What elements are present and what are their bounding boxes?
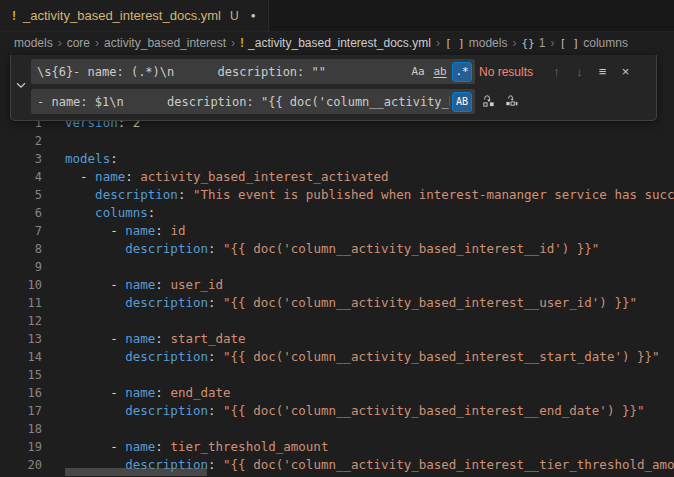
object-icon: {} bbox=[521, 37, 534, 50]
code-text bbox=[65, 258, 674, 276]
line-number: 10 bbox=[0, 276, 42, 294]
close-icon: × bbox=[622, 64, 630, 79]
line-number: 20 bbox=[0, 456, 42, 474]
selection-icon: ≡ bbox=[599, 64, 607, 79]
next-match-button[interactable]: ↓ bbox=[570, 62, 589, 82]
code-text: description: "{{ doc('column__activity_b… bbox=[65, 294, 674, 312]
code-line[interactable]: 4 - name: activity_based_interest_activa… bbox=[0, 168, 674, 186]
chevron-down-icon bbox=[14, 78, 28, 96]
replace-all-icon bbox=[504, 93, 519, 111]
find-row: \s{6}- name: (.*)\n description: "" Aa a… bbox=[31, 59, 652, 84]
code-line[interactable]: 9 bbox=[0, 258, 674, 276]
code-line[interactable]: 2 bbox=[0, 132, 674, 150]
code-line[interactable]: 17 description: "{{ doc('column__activit… bbox=[0, 402, 674, 420]
code-text bbox=[65, 366, 674, 384]
breadcrumb-item[interactable]: activity_based_interest bbox=[104, 36, 226, 50]
arrow-up-icon: ↑ bbox=[553, 64, 560, 79]
breadcrumb-label: models bbox=[469, 36, 508, 50]
code-text bbox=[65, 132, 674, 150]
line-number: 12 bbox=[0, 312, 42, 330]
code-text: models: bbox=[65, 150, 674, 168]
breadcrumb-item[interactable]: [ ]columns bbox=[559, 36, 628, 50]
breadcrumb-label: columns bbox=[583, 36, 628, 50]
arrow-down-icon: ↓ bbox=[576, 64, 583, 79]
line-number: 18 bbox=[0, 420, 42, 438]
whole-word-button[interactable]: ab bbox=[430, 62, 450, 82]
breadcrumb-label: activity_based_interest bbox=[104, 36, 226, 50]
breadcrumb-separator-icon: › bbox=[58, 36, 62, 50]
breadcrumb-item[interactable]: {}1 bbox=[521, 36, 545, 50]
code-line[interactable]: 16 - name: end_date bbox=[0, 384, 674, 402]
code-line[interactable]: 10 - name: user_id bbox=[0, 276, 674, 294]
find-replace-widget: \s{6}- name: (.*)\n description: "" Aa a… bbox=[10, 55, 657, 121]
replace-icon bbox=[481, 93, 496, 111]
breadcrumb-item[interactable]: models bbox=[14, 36, 53, 50]
breadcrumb-separator-icon: › bbox=[512, 36, 516, 50]
toggle-replace-button[interactable] bbox=[11, 59, 31, 114]
code-text: - name: start_date bbox=[65, 330, 674, 348]
previous-match-button[interactable]: ↑ bbox=[547, 62, 566, 82]
code-text: - name: activity_based_interest_activate… bbox=[65, 168, 674, 186]
line-number: 15 bbox=[0, 366, 42, 384]
code-line[interactable]: 12 bbox=[0, 312, 674, 330]
line-number: 8 bbox=[0, 240, 42, 258]
breadcrumb: models›core›activity_based_interest›!_ac… bbox=[0, 32, 674, 54]
replace-row: - name: $1\n description: "{{ doc('colum… bbox=[31, 89, 652, 114]
find-input-value: \s{6}- name: (.*)\n description: "" bbox=[37, 65, 406, 79]
code-line[interactable]: 3models: bbox=[0, 150, 674, 168]
code-line[interactable]: 18 bbox=[0, 420, 674, 438]
match-case-button[interactable]: Aa bbox=[408, 62, 428, 82]
line-number: 14 bbox=[0, 348, 42, 366]
code-text: - name: tier_threshold_amount bbox=[65, 438, 674, 456]
line-number: 7 bbox=[0, 222, 42, 240]
close-button[interactable]: × bbox=[616, 62, 635, 82]
breadcrumb-separator-icon: › bbox=[231, 36, 235, 50]
code-text: description: "{{ doc('column__activity_b… bbox=[65, 402, 674, 420]
code-line[interactable]: 11 description: "{{ doc('column__activit… bbox=[0, 294, 674, 312]
line-number: 3 bbox=[0, 150, 42, 168]
breadcrumb-separator-icon: › bbox=[550, 36, 554, 50]
code-line[interactable]: 5 description: "This event is published … bbox=[0, 186, 674, 204]
line-number: 19 bbox=[0, 438, 42, 456]
array-icon: [ ] bbox=[445, 37, 465, 50]
breadcrumb-item[interactable]: !_activity_based_interest_docs.yml bbox=[240, 36, 431, 50]
breadcrumb-label: models bbox=[14, 36, 53, 50]
tab-title: _activity_based_interest_docs.yml bbox=[23, 8, 221, 23]
unsaved-dot-icon[interactable]: ● bbox=[251, 11, 256, 20]
code-line[interactable]: 7 - name: id bbox=[0, 222, 674, 240]
breadcrumb-label: core bbox=[67, 36, 90, 50]
code-line[interactable]: 8 description: "{{ doc('column__activity… bbox=[0, 240, 674, 258]
line-number: 6 bbox=[0, 204, 42, 222]
preserve-case-button[interactable]: AB bbox=[452, 92, 472, 112]
line-number: 9 bbox=[0, 258, 42, 276]
regex-button[interactable]: .* bbox=[452, 62, 472, 82]
breadcrumb-label: _activity_based_interest_docs.yml bbox=[248, 36, 431, 50]
replace-button[interactable] bbox=[479, 92, 498, 112]
code-line[interactable]: 15 bbox=[0, 366, 674, 384]
tab-bar: ! _activity_based_interest_docs.yml U ● bbox=[0, 0, 674, 32]
line-number: 2 bbox=[0, 132, 42, 150]
replace-input[interactable]: - name: $1\n description: "{{ doc('colum… bbox=[31, 89, 475, 114]
find-results-label: No results bbox=[479, 65, 543, 79]
editor-tab[interactable]: ! _activity_based_interest_docs.yml U ● bbox=[0, 0, 269, 31]
code-text: - name: id bbox=[65, 222, 674, 240]
line-number: 16 bbox=[0, 384, 42, 402]
code-line[interactable]: 6 columns: bbox=[0, 204, 674, 222]
line-number: 11 bbox=[0, 294, 42, 312]
code-text: description: "{{ doc('column__activity_b… bbox=[65, 348, 674, 366]
breadcrumb-item[interactable]: [ ]models bbox=[445, 36, 508, 50]
find-in-selection-button[interactable]: ≡ bbox=[593, 62, 612, 82]
code-text bbox=[65, 312, 674, 330]
code-line[interactable]: 19 - name: tier_threshold_amount bbox=[0, 438, 674, 456]
code-line[interactable]: 13 - name: start_date bbox=[0, 330, 674, 348]
breadcrumb-item[interactable]: core bbox=[67, 36, 90, 50]
code-text: - name: end_date bbox=[65, 384, 674, 402]
code-text: columns: bbox=[65, 204, 674, 222]
horizontal-scrollbar[interactable] bbox=[65, 468, 207, 476]
code-line[interactable]: 14 description: "{{ doc('column__activit… bbox=[0, 348, 674, 366]
code-text bbox=[65, 420, 674, 438]
editor[interactable]: 1version: 223models:4 - name: activity_b… bbox=[0, 54, 674, 477]
replace-all-button[interactable] bbox=[502, 92, 521, 112]
line-number: 5 bbox=[0, 186, 42, 204]
find-input[interactable]: \s{6}- name: (.*)\n description: "" Aa a… bbox=[31, 59, 475, 84]
